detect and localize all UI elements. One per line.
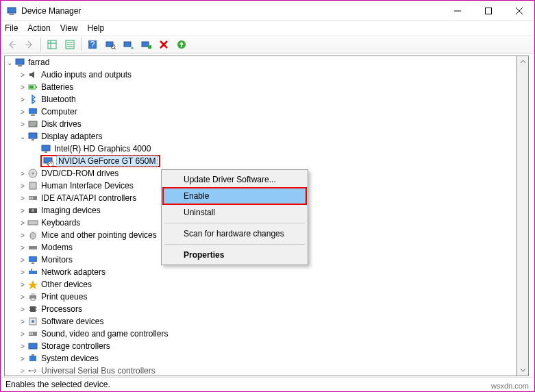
- svg-point-66: [32, 320, 34, 323]
- svg-rect-59: [31, 298, 35, 300]
- device-category-icon: [27, 267, 38, 278]
- tree-node[interactable]: > Software devices: [5, 315, 517, 328]
- chevron-right-icon[interactable]: >: [18, 306, 27, 313]
- chevron-right-icon[interactable]: >: [18, 232, 27, 239]
- tree-node[interactable]: > Sound, video and game controllers: [5, 328, 517, 340]
- svg-rect-71: [29, 356, 36, 361]
- window-title: Device Manager: [21, 6, 81, 16]
- device-category-icon: [27, 365, 38, 376]
- tree-node-label: Human Interface Devices: [41, 181, 134, 191]
- chevron-right-icon[interactable]: >: [18, 330, 27, 338]
- chevron-right-icon[interactable]: >: [18, 207, 27, 215]
- chevron-right-icon[interactable]: >: [18, 256, 27, 264]
- show-hide-console-button[interactable]: [44, 36, 60, 53]
- menu-separator: [164, 244, 305, 245]
- tree-node[interactable]: > Print queues: [5, 291, 517, 303]
- svg-rect-58: [31, 293, 35, 295]
- tree-node-label: Sound, video and game controllers: [41, 329, 168, 339]
- minimize-button[interactable]: [442, 1, 473, 21]
- properties-button[interactable]: [62, 36, 78, 53]
- svg-rect-35: [32, 139, 34, 140]
- tree-node[interactable]: > Computer: [5, 106, 517, 118]
- chevron-right-icon[interactable]: >: [18, 244, 27, 252]
- scroll-down-icon[interactable]: [517, 364, 528, 376]
- chevron-right-icon[interactable]: >: [18, 293, 27, 301]
- svg-rect-49: [28, 221, 38, 225]
- tree-node[interactable]: > Batteries: [5, 81, 517, 93]
- tree-node[interactable]: > Disk drives: [5, 118, 517, 130]
- svg-rect-4: [485, 8, 491, 14]
- close-button[interactable]: [503, 1, 534, 21]
- context-menu-label: Update Driver Software...: [184, 175, 276, 184]
- chevron-right-icon[interactable]: >: [18, 84, 27, 91]
- tree-node-label: System devices: [41, 354, 99, 363]
- back-button[interactable]: [3, 36, 20, 53]
- scan-hardware-button[interactable]: [102, 36, 119, 53]
- context-menu-item[interactable]: Enable: [163, 188, 306, 204]
- chevron-right-icon[interactable]: >: [18, 195, 27, 202]
- tree-node[interactable]: > Universal Serial Bus controllers: [5, 365, 517, 376]
- device-category-icon: [27, 119, 38, 130]
- tree-node[interactable]: > Processors: [5, 303, 517, 315]
- scroll-up-icon[interactable]: [517, 56, 528, 68]
- svg-rect-20: [142, 42, 149, 47]
- chevron-right-icon[interactable]: >: [18, 219, 27, 227]
- context-menu-item[interactable]: Properties: [163, 247, 306, 263]
- enable-device-button[interactable]: [138, 36, 154, 53]
- app-icon: [6, 5, 17, 16]
- chevron-down-icon[interactable]: ⌄: [18, 133, 27, 140]
- svg-rect-16: [106, 42, 113, 47]
- tree-node-label: Print queues: [41, 292, 87, 302]
- chevron-right-icon[interactable]: >: [18, 108, 27, 116]
- chevron-right-icon[interactable]: >: [18, 367, 27, 375]
- help-button[interactable]: ?: [84, 36, 101, 53]
- chevron-right-icon[interactable]: >: [18, 71, 27, 79]
- chevron-right-icon[interactable]: >: [18, 182, 27, 190]
- tree-node[interactable]: > System devices: [5, 352, 517, 365]
- svg-point-52: [30, 247, 32, 248]
- context-menu-item[interactable]: Scan for hardware changes: [163, 225, 306, 242]
- chevron-right-icon[interactable]: >: [18, 281, 27, 289]
- device-category-icon: [27, 328, 38, 339]
- context-menu-item[interactable]: Uninstall: [163, 204, 306, 221]
- chevron-right-icon[interactable]: >: [18, 269, 27, 276]
- menu-action[interactable]: Action: [27, 23, 50, 33]
- svg-rect-28: [36, 86, 37, 88]
- tree-node[interactable]: > Other devices: [5, 278, 517, 291]
- chevron-right-icon[interactable]: >: [18, 170, 27, 177]
- chevron-right-icon[interactable]: >: [18, 355, 27, 363]
- tree-root[interactable]: ⌄ farrad: [5, 56, 517, 69]
- update-driver-button[interactable]: [120, 36, 136, 53]
- forward-button[interactable]: [21, 36, 38, 53]
- tree-child[interactable]: Intel(R) HD Graphics 4000: [5, 143, 517, 155]
- tree-child-selected[interactable]: NVIDIA GeForce GT 650M: [5, 155, 517, 167]
- device-category-icon: [27, 94, 38, 105]
- chevron-right-icon[interactable]: >: [18, 96, 27, 103]
- tree-node[interactable]: ⌄ Display adapters: [5, 130, 517, 143]
- device-category-icon: [27, 217, 38, 228]
- svg-rect-72: [32, 354, 34, 356]
- tree-node[interactable]: > Audio inputs and outputs: [5, 69, 517, 81]
- device-category-icon: [27, 279, 38, 290]
- maximize-button[interactable]: [473, 1, 503, 21]
- tree-node[interactable]: > Bluetooth: [5, 93, 517, 106]
- tree-node[interactable]: > Network adapters: [5, 266, 517, 278]
- menu-help[interactable]: Help: [88, 23, 105, 33]
- tree-node[interactable]: > Storage controllers: [5, 340, 517, 352]
- uninstall-button[interactable]: [155, 36, 172, 53]
- context-menu-item[interactable]: Update Driver Software...: [163, 171, 306, 188]
- svg-point-40: [48, 161, 53, 167]
- context-menu-label: Properties: [184, 250, 224, 260]
- svg-rect-25: [16, 59, 24, 64]
- chevron-right-icon[interactable]: >: [18, 121, 27, 128]
- svg-point-42: [32, 173, 34, 175]
- menu-view[interactable]: View: [60, 23, 78, 33]
- chevron-right-icon[interactable]: >: [18, 318, 27, 326]
- vertical-scrollbar[interactable]: [517, 56, 529, 376]
- svg-point-48: [32, 209, 34, 212]
- add-legacy-button[interactable]: [173, 36, 190, 53]
- chevron-right-icon[interactable]: >: [18, 343, 27, 350]
- menu-file[interactable]: File: [5, 23, 18, 33]
- context-menu-label: Scan for hardware changes: [184, 229, 284, 238]
- device-category-icon: [27, 82, 38, 93]
